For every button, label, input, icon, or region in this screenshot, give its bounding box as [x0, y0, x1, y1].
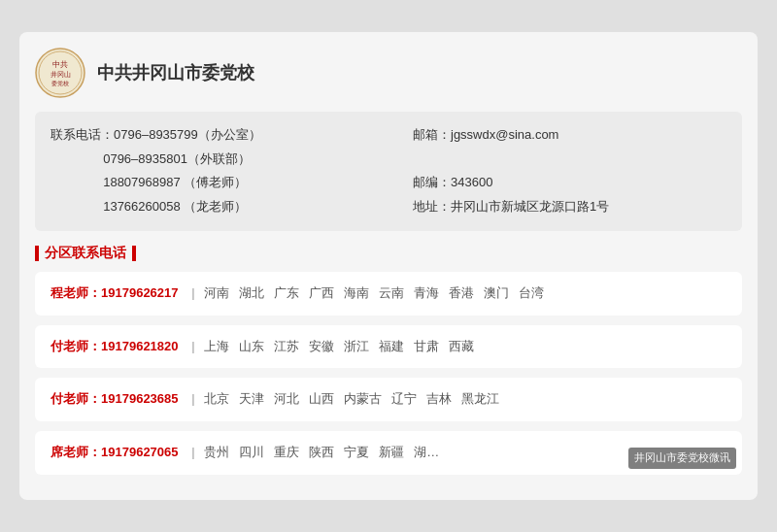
main-container: 中共 井冈山 委党校 中共井冈山市委党校 联系电话：0796–8935799（办… — [19, 32, 758, 500]
phone-4-num: 19179627065 — [101, 445, 179, 459]
contact-card-1: 程老师：19179626217 | 河南湖北广东广西海南云南青海香港澳门台湾 — [35, 272, 742, 316]
divider-2: | — [191, 339, 194, 353]
contact-card-4: 席老师：19179627065 | 贵州四川重庆陕西宁夏新疆湖… 井冈山市委党校… — [35, 431, 742, 475]
teacher-1: 程老师： — [51, 285, 101, 300]
info-section: 联系电话：0796–8935799（办公室） 0796–8935801（外联部）… — [35, 112, 742, 231]
regions-3: 北京天津河北山西内蒙古辽宁吉林黑龙江 — [204, 391, 509, 406]
section-title: 分区联系电话 — [35, 245, 742, 262]
phone-3-num: 19179623685 — [101, 391, 179, 406]
zipcode-row: 邮编：343600 — [413, 171, 726, 195]
contact-list: 程老师：19179626217 | 河南湖北广东广西海南云南青海香港澳门台湾 付… — [35, 272, 742, 475]
zipcode-label: 邮编：343600 — [413, 175, 492, 189]
teacher-2: 付老师： — [51, 339, 101, 353]
header: 中共 井冈山 委党校 中共井冈山市委党校 — [35, 48, 742, 98]
teacher-3: 付老师： — [51, 391, 101, 406]
divider-1: | — [191, 285, 194, 300]
watermark: 井冈山市委党校微讯 — [628, 448, 736, 469]
phone-row-1: 联系电话：0796–8935799（办公室） — [51, 123, 364, 148]
regions-2: 上海山东江苏安徽浙江福建甘肃西藏 — [204, 339, 484, 353]
section-title-text: 分区联系电话 — [45, 245, 126, 262]
org-name: 中共井冈山市委党校 — [97, 61, 254, 84]
regions-4: 贵州四川重庆陕西宁夏新疆湖… — [204, 445, 449, 459]
phone-row-2: 0796–8935801（外联部） — [51, 148, 364, 172]
info-left: 联系电话：0796–8935799（办公室） 0796–8935801（外联部）… — [51, 123, 364, 219]
phone-row-4: 13766260058 （龙老师） — [51, 195, 364, 219]
info-right: 邮箱：jgsswdx@sina.com 邮编：343600 地址：井冈山市新城区… — [384, 123, 726, 219]
phone-4: 13766260058 （龙老师） — [51, 199, 247, 214]
title-bar-right — [132, 246, 136, 261]
phone-2: 0796–8935801（外联部） — [51, 151, 251, 166]
email-label: 邮箱：jgsswdx@sina.com — [413, 127, 558, 142]
phone-2-num: 19179621820 — [101, 339, 179, 353]
spacer-row — [413, 148, 726, 172]
address-row: 地址：井冈山市新城区龙源口路1号 — [413, 195, 726, 219]
svg-text:委党校: 委党校 — [51, 80, 69, 86]
contact-card-3: 付老师：19179623685 | 北京天津河北山西内蒙古辽宁吉林黑龙江 — [35, 378, 742, 421]
title-bar-left — [35, 246, 39, 261]
contact-label: 联系电话：0796–8935799（办公室） — [51, 127, 261, 142]
teacher-4: 席老师： — [51, 445, 101, 459]
contact-card-2: 付老师：19179621820 | 上海山东江苏安徽浙江福建甘肃西藏 — [35, 325, 742, 369]
phone-3: 18807968987 （傅老师） — [51, 175, 247, 189]
phone-row-3: 18807968987 （傅老师） — [51, 171, 364, 195]
divider-3: | — [191, 391, 194, 406]
regions-1: 河南湖北广东广西海南云南青海香港澳门台湾 — [204, 285, 554, 300]
divider-4: | — [191, 445, 194, 459]
logo-icon: 中共 井冈山 委党校 — [35, 48, 85, 98]
email-row: 邮箱：jgsswdx@sina.com — [413, 123, 726, 148]
address-label: 地址：井冈山市新城区龙源口路1号 — [413, 199, 609, 214]
phone-1: 19179626217 — [101, 285, 179, 300]
svg-text:中共: 中共 — [52, 60, 68, 69]
svg-text:井冈山: 井冈山 — [51, 71, 71, 79]
